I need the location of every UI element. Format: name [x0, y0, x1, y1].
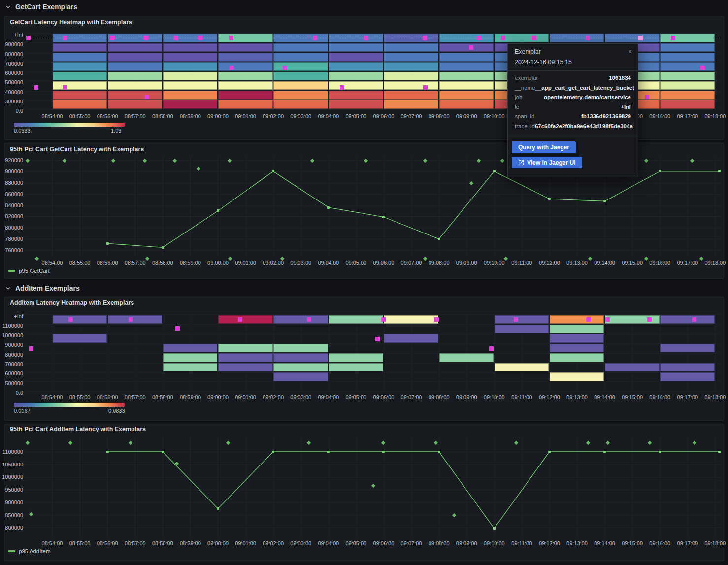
legend-item[interactable]: p95 GetCart — [8, 268, 50, 274]
view-in-jaeger-ui-button[interactable]: View in Jaeger UI — [512, 157, 582, 168]
data-point[interactable] — [493, 170, 496, 172]
exemplar-marker[interactable] — [68, 317, 73, 322]
chevron-down-icon[interactable] — [5, 285, 11, 292]
heatmap-cell[interactable] — [329, 363, 383, 372]
heatmap-cell[interactable] — [660, 72, 715, 81]
heatmap-cell[interactable] — [550, 325, 604, 333]
data-point[interactable] — [106, 451, 109, 453]
heatmap-cell[interactable] — [108, 43, 163, 52]
exemplar-marker[interactable] — [144, 36, 148, 40]
heatmap-cell[interactable] — [218, 344, 273, 353]
heatmap-cell[interactable] — [273, 62, 328, 71]
heatmap-cell[interactable] — [329, 81, 383, 90]
heatmap-cell[interactable] — [53, 53, 107, 62]
heatmap-cell[interactable] — [273, 91, 328, 100]
heatmap-cell[interactable] — [495, 315, 549, 324]
heatmap-cell[interactable] — [53, 62, 107, 71]
heatmap-cell[interactable] — [660, 363, 715, 372]
heatmap-cell[interactable] — [273, 43, 328, 52]
heatmap-cell[interactable] — [108, 72, 163, 81]
heatmap-cell[interactable] — [660, 62, 715, 71]
exemplar-marker[interactable] — [605, 317, 610, 322]
heatmap-cell[interactable] — [163, 72, 218, 81]
heatmap-cell[interactable] — [495, 325, 549, 333]
data-point[interactable] — [659, 451, 661, 453]
heatmap-cell[interactable] — [660, 344, 715, 353]
data-point[interactable] — [162, 246, 164, 249]
exemplar-marker[interactable] — [381, 317, 386, 322]
heatmap-cell[interactable] — [218, 43, 273, 52]
heatmap-cell[interactable] — [660, 81, 715, 90]
heatmap-cell[interactable] — [384, 72, 438, 81]
heatmap-cell[interactable] — [218, 315, 273, 324]
data-point[interactable] — [438, 451, 440, 453]
exemplar-marker[interactable] — [63, 85, 67, 90]
heatmap-cell[interactable] — [218, 62, 273, 71]
heatmap-cell[interactable] — [108, 100, 163, 109]
heatmap-cell[interactable] — [439, 72, 494, 81]
heatmap-cell[interactable] — [550, 372, 604, 381]
chevron-down-icon[interactable] — [5, 4, 11, 10]
exemplar-marker[interactable] — [110, 36, 115, 40]
heatmap-cell[interactable] — [218, 363, 273, 372]
data-point[interactable] — [718, 451, 721, 453]
exemplar-marker[interactable] — [477, 36, 481, 40]
heatmap-cell[interactable] — [550, 344, 604, 353]
exemplar-marker[interactable] — [586, 317, 591, 322]
query-with-jaeger-button[interactable]: Query with Jaeger — [512, 141, 576, 153]
heatmap-cell[interactable] — [273, 100, 328, 109]
heatmap-cell[interactable] — [273, 72, 328, 81]
heatmap-cell[interactable] — [163, 53, 218, 62]
data-point[interactable] — [106, 242, 109, 245]
exemplar-marker[interactable] — [514, 317, 518, 322]
exemplar-marker[interactable] — [645, 95, 649, 99]
heatmap-cell[interactable] — [218, 353, 273, 362]
heatmap-cell[interactable] — [163, 91, 218, 100]
heatmap-cell[interactable] — [108, 81, 163, 90]
exemplar-marker[interactable] — [63, 36, 67, 40]
heatmap-cell[interactable] — [384, 62, 438, 71]
heatmap-cell[interactable] — [384, 334, 438, 343]
heatmap-cell[interactable] — [163, 353, 218, 362]
heatmap-cell[interactable] — [163, 43, 218, 52]
heatmap-cell[interactable] — [53, 43, 107, 52]
heatmap-cell[interactable] — [384, 91, 438, 100]
heatmap-cell[interactable] — [53, 334, 107, 343]
exemplar-marker[interactable] — [700, 66, 705, 70]
heatmap-cell[interactable] — [439, 62, 494, 71]
exemplar-marker[interactable] — [26, 36, 31, 40]
exemplar-marker[interactable] — [532, 36, 536, 40]
exemplar-marker[interactable] — [692, 317, 696, 322]
exemplar-marker[interactable] — [238, 317, 242, 322]
data-point[interactable] — [327, 451, 330, 453]
exemplar-marker[interactable] — [174, 36, 178, 40]
exemplar-marker[interactable] — [671, 36, 675, 40]
exemplar-marker[interactable] — [469, 45, 473, 50]
heatmap-cell[interactable] — [660, 53, 715, 62]
heatmap-cell[interactable] — [660, 43, 715, 52]
exemplar-marker[interactable] — [501, 36, 505, 40]
exemplar-marker[interactable] — [340, 85, 344, 90]
section-header-getcart[interactable]: GetCart Exemplars — [5, 3, 77, 11]
heatmap-cell[interactable] — [329, 91, 383, 100]
heatmap-cell[interactable] — [660, 91, 715, 100]
heatmap-cell[interactable] — [273, 363, 328, 372]
heatmap-cell[interactable] — [273, 53, 328, 62]
heatmap-cell[interactable] — [439, 53, 494, 62]
exemplar-marker[interactable] — [364, 36, 368, 40]
heatmap-cell[interactable] — [605, 363, 660, 372]
exemplar-marker[interactable] — [175, 326, 180, 331]
exemplar-marker-selected[interactable] — [638, 36, 643, 40]
heatmap-cell[interactable] — [218, 53, 273, 62]
heatmap-cell[interactable] — [329, 62, 383, 71]
heatmap-cell[interactable] — [163, 344, 218, 353]
data-point[interactable] — [548, 451, 551, 453]
heatmap-cell[interactable] — [53, 91, 107, 100]
heatmap-cell[interactable] — [163, 363, 218, 372]
data-point[interactable] — [272, 170, 274, 172]
heatmap-cell[interactable] — [495, 363, 549, 372]
data-point[interactable] — [493, 527, 496, 530]
heatmap-cell[interactable] — [273, 353, 328, 362]
exemplar-marker[interactable] — [145, 95, 149, 99]
heatmap-cell[interactable] — [329, 43, 383, 52]
